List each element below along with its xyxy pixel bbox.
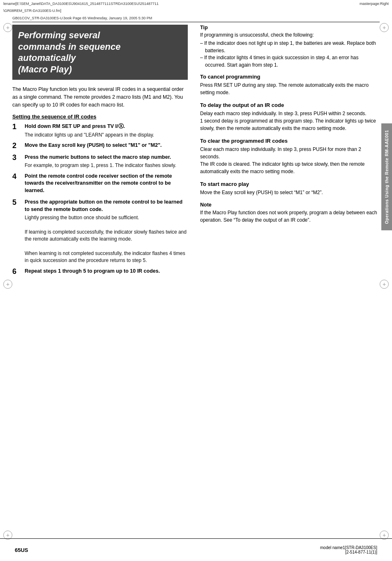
step-5-number: 5 xyxy=(12,199,22,207)
steps-list: 1 Hold down RM SET UP and press TV I/Ⓧ. … xyxy=(12,123,188,276)
step-5-main: Press the appropriate button on the remo… xyxy=(25,199,188,213)
intro-paragraph: The Macro Play function lets you link se… xyxy=(12,86,188,109)
step-2-number: 2 xyxy=(12,142,22,150)
filepath-left: lename[E:\SEM_Janet\DATA_DA3100ES\J90416… xyxy=(3,2,159,6)
file-path-bar: \GR08REM_STR-DA3100ES-U.fm] xyxy=(0,7,392,14)
note-section: Note If the Macro Play function does not… xyxy=(200,202,380,224)
clear-heading: To clear the programmed IR codes xyxy=(200,138,380,144)
step-2: 2 Move the Easy scroll key (PUSH) to sel… xyxy=(12,142,188,151)
step-1: 1 Hold down RM SET UP and press TV I/Ⓧ. … xyxy=(12,123,188,139)
step-2-content: Move the Easy scroll key (PUSH) to selec… xyxy=(25,142,188,151)
page-number: 65US xyxy=(15,547,28,553)
step-2-main: Move the Easy scroll key (PUSH) to selec… xyxy=(25,142,188,149)
step-4: 4 Point the remote control code receiver… xyxy=(12,173,188,196)
step-3-number: 3 xyxy=(12,154,22,162)
page-title: Performing several commands in sequence … xyxy=(18,30,182,75)
model-name: model name1[STR-DA3100ES] xyxy=(320,545,377,550)
right-column: Tip If programming is unsuccessful, chec… xyxy=(196,25,380,536)
crosshair-mid-left xyxy=(3,280,12,289)
crosshair-top-left xyxy=(3,23,12,32)
tip-list: If the indicator does not light up in st… xyxy=(200,40,380,69)
masterpage-label: masterpage:Right xyxy=(360,2,389,6)
main-content: Performing several commands in sequence … xyxy=(12,25,380,536)
tip-heading: Tip xyxy=(200,25,380,30)
bottom-bar: 65US model name1[STR-DA3100ES] [2-514-87… xyxy=(0,538,392,561)
model-info: model name1[STR-DA3100ES] [2-514-877-11(… xyxy=(320,545,377,554)
side-tab-text: Operations Using the Remote RM-AAE001 xyxy=(384,130,389,224)
crosshair-mid-right xyxy=(380,280,389,289)
start-text: Move the Easy scroll key (PUSH) to selec… xyxy=(200,189,380,196)
clear-section: To clear the programmed IR codes Clear e… xyxy=(200,138,380,175)
tip-item-2: If the indicator lights 4 times in quick… xyxy=(200,54,380,69)
book-ref-text: GB01COV_STR-DA3100ES-U.book Page 65 Wedn… xyxy=(12,16,152,20)
step-4-main: Point the remote control code receiver s… xyxy=(25,173,188,195)
clear-text: Clear each macro step individually. In s… xyxy=(200,146,380,175)
start-section: To start macro play Move the Easy scroll… xyxy=(200,181,380,196)
tip-intro: If programming is unsuccessful, check th… xyxy=(200,32,380,39)
step-3-main: Press the numeric buttons to select the … xyxy=(25,154,188,161)
cancel-text: Press RM SET UP during any step. The rem… xyxy=(200,81,380,96)
step-1-content: Hold down RM SET UP and press TV I/Ⓧ. Th… xyxy=(25,123,188,139)
step-6: 6 Repeat steps 1 through 5 to program up… xyxy=(12,268,188,276)
tip-item-1: If the indicator does not light up in st… xyxy=(200,40,380,54)
step-1-number: 1 xyxy=(12,123,22,131)
step-5: 5 Press the appropriate button on the re… xyxy=(12,199,188,264)
step-5-detail: Lightly pressing the button once should … xyxy=(25,214,188,264)
side-tab: Operations Using the Remote RM-AAE001 xyxy=(381,123,392,230)
delay-heading: To delay the output of an IR code xyxy=(200,102,380,108)
step-6-content: Repeat steps 1 through 5 to program up t… xyxy=(25,268,188,276)
step-3-content: Press the numeric buttons to select the … xyxy=(25,154,188,169)
tip-section: Tip If programming is unsuccessful, chec… xyxy=(200,25,380,69)
cancel-heading: To cancel programming xyxy=(200,74,380,80)
step-1-main: Hold down RM SET UP and press TV I/Ⓧ. xyxy=(25,123,188,130)
note-heading: Note xyxy=(200,202,380,208)
model-part: [2-514-877-11(1)] xyxy=(320,550,377,554)
delay-section: To delay the output of an IR code Delay … xyxy=(200,102,380,132)
step-4-content: Point the remote control code receiver s… xyxy=(25,173,188,196)
left-column: Performing several commands in sequence … xyxy=(12,25,196,536)
title-box: Performing several commands in sequence … xyxy=(12,25,188,80)
step-6-main: Repeat steps 1 through 5 to program up t… xyxy=(25,268,188,275)
delay-text: Delay each macro step individually. In s… xyxy=(200,110,380,132)
start-heading: To start macro play xyxy=(200,181,380,187)
setting-heading: Setting the sequence of IR codes xyxy=(12,114,188,120)
cancel-section: To cancel programming Press RM SET UP du… xyxy=(200,74,380,96)
step-3-detail: For example, to program step 1, press 1.… xyxy=(25,162,188,169)
step-5-content: Press the appropriate button on the remo… xyxy=(25,199,188,264)
top-bar: lename[E:\SEM_Janet\DATA_DA3100ES\J90416… xyxy=(0,0,392,7)
step-3: 3 Press the numeric buttons to select th… xyxy=(12,154,188,169)
note-text: If the Macro Play function does not work… xyxy=(200,209,380,224)
step-4-number: 4 xyxy=(12,173,22,181)
crosshair-top-right xyxy=(380,23,389,32)
book-ref-bar: GB01COV_STR-DA3100ES-U.book Page 65 Wedn… xyxy=(12,15,380,22)
filepath-right: \GR08REM_STR-DA3100ES-U.fm] xyxy=(3,9,61,13)
step-6-number: 6 xyxy=(12,268,22,276)
step-1-detail: The indicator lights up and "LEARN" appe… xyxy=(25,132,188,139)
